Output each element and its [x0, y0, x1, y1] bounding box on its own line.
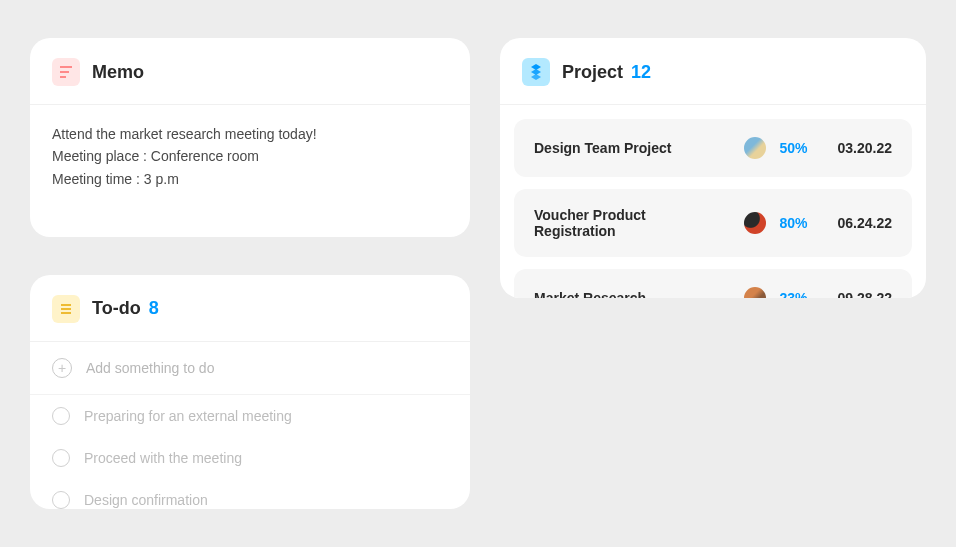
todo-checkbox[interactable]: [52, 449, 70, 467]
todo-card: To-do 8 + Add something to do Preparing …: [30, 275, 470, 510]
todo-title: To-do: [92, 298, 141, 319]
todo-count: 8: [149, 298, 159, 319]
todo-header: To-do 8: [30, 275, 470, 342]
memo-line: Meeting place : Conference room: [52, 145, 448, 167]
project-name: Market Research: [534, 290, 730, 298]
avatar: [744, 287, 766, 298]
avatar: [744, 212, 766, 234]
project-progress: 80%: [780, 215, 824, 231]
project-name: Voucher Product Registration: [534, 207, 730, 239]
project-row[interactable]: Market Research 23% 09.28.22: [514, 269, 912, 298]
project-card: Project 12 Design Team Project 50% 03.20…: [500, 38, 926, 298]
project-progress: 50%: [780, 140, 824, 156]
project-row[interactable]: Voucher Product Registration 80% 06.24.2…: [514, 189, 912, 257]
todo-checkbox[interactable]: [52, 407, 70, 425]
todo-icon: [52, 295, 80, 323]
memo-line: Attend the market research meeting today…: [52, 123, 448, 145]
plus-icon: +: [52, 358, 72, 378]
project-date: 09.28.22: [838, 290, 893, 298]
project-row[interactable]: Design Team Project 50% 03.20.22: [514, 119, 912, 177]
project-name: Design Team Project: [534, 140, 730, 156]
todo-label: Proceed with the meeting: [84, 450, 242, 466]
project-body: Design Team Project 50% 03.20.22 Voucher…: [500, 105, 926, 298]
todo-item[interactable]: Preparing for an external meeting: [30, 395, 470, 437]
project-progress: 23%: [780, 290, 824, 298]
project-date: 03.20.22: [838, 140, 893, 156]
project-date: 06.24.22: [838, 215, 893, 231]
todo-item[interactable]: Proceed with the meeting: [30, 437, 470, 479]
todo-body: + Add something to do Preparing for an e…: [30, 342, 470, 510]
todo-label: Preparing for an external meeting: [84, 408, 292, 424]
project-title: Project: [562, 62, 623, 83]
add-todo-placeholder: Add something to do: [86, 360, 214, 376]
add-todo-button[interactable]: + Add something to do: [30, 342, 470, 395]
project-header: Project 12: [500, 38, 926, 105]
project-count: 12: [631, 62, 651, 83]
memo-line: Meeting time : 3 p.m: [52, 168, 448, 190]
memo-body: Attend the market research meeting today…: [30, 105, 470, 237]
todo-label: Design confirmation: [84, 492, 208, 508]
project-icon: [522, 58, 550, 86]
memo-header: Memo: [30, 38, 470, 105]
memo-title: Memo: [92, 62, 144, 83]
todo-checkbox[interactable]: [52, 491, 70, 509]
memo-icon: [52, 58, 80, 86]
avatar: [744, 137, 766, 159]
todo-item[interactable]: Design confirmation: [30, 479, 470, 510]
svg-marker-8: [531, 74, 541, 80]
memo-card: Memo Attend the market research meeting …: [30, 38, 470, 237]
